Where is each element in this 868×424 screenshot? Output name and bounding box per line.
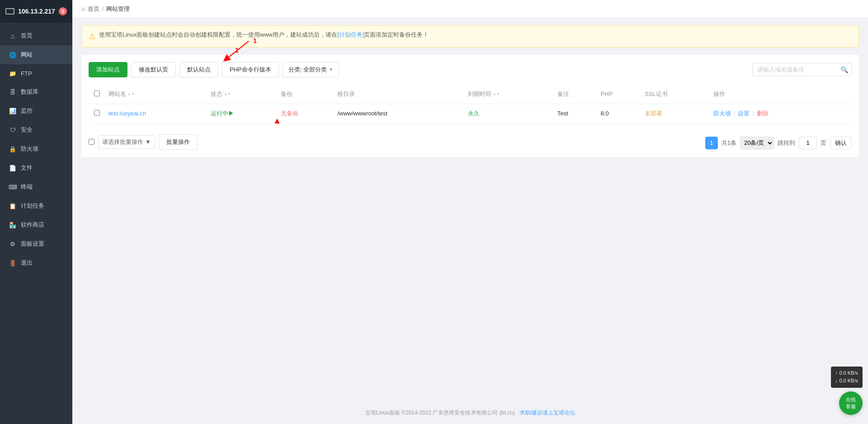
sidebar-item-website[interactable]: 网站	[0, 45, 72, 64]
page-confirm-button[interactable]: 确认	[830, 137, 852, 149]
sidebar-item-ftp[interactable]: FTP	[0, 64, 72, 82]
sidebar-item-crontab[interactable]: 计划任务	[0, 196, 72, 215]
default-site-button[interactable]: 默认站点	[179, 62, 218, 77]
sidebar-item-files[interactable]: 文件	[0, 158, 72, 177]
sidebar-label-ftp: FTP	[21, 70, 32, 77]
annotation-1: 1	[235, 47, 239, 54]
server-ip: 106.13.2.217	[18, 8, 55, 15]
sidebar-label-logout: 退出	[21, 259, 33, 267]
sort-arrows-expire: ▲▼	[493, 92, 500, 96]
sidebar-label-appstore: 软件商店	[21, 221, 44, 229]
notice-link[interactable]: [计划任务]	[337, 31, 364, 38]
site-backup[interactable]: 无备份	[281, 110, 298, 117]
category-dropdown[interactable]: 分类: 全部分类 ▼	[283, 62, 339, 77]
sort-arrows-name: ▲▼	[127, 92, 135, 96]
table-body: test.luoyeai.cn 运行中▶ 无备份	[89, 104, 852, 123]
chat-line1: 在线	[846, 396, 856, 403]
footer-forum-link[interactable]: 求助/建议请上宝塔论坛	[519, 410, 575, 416]
toolbar-right: 🔍	[752, 63, 852, 76]
sidebar-item-monitor[interactable]: 监控	[0, 101, 72, 120]
table-header: 网站名 ▲▼ 状态 ▲▼	[89, 85, 852, 104]
site-status: 运行中▶	[211, 110, 234, 117]
sidebar-label-firewall: 防火墙	[21, 145, 38, 153]
breadcrumb-current: 网站管理	[106, 5, 130, 13]
monitor-icon	[5, 8, 14, 14]
th-php: PHP	[597, 85, 641, 104]
th-status-sort[interactable]: 状态 ▲▼	[211, 90, 274, 98]
th-status-label: 状态	[211, 90, 222, 98]
page-1-button[interactable]: 1	[705, 137, 718, 149]
sidebar-item-home[interactable]: 首页	[0, 26, 72, 45]
security-icon	[9, 126, 16, 133]
batch-checkbox[interactable]	[89, 139, 94, 145]
breadcrumb-separator: /	[102, 5, 104, 12]
settings-icon	[9, 240, 16, 248]
th-root: 根目录	[334, 85, 464, 104]
batch-action-button[interactable]: 批量操作	[159, 134, 198, 150]
toolbar: 添加站点 修改默认页 默认站点 PHP命令行版本 分类: 全部分类 ▼ 🔍	[89, 62, 852, 77]
modify-default-button[interactable]: 修改默认页	[131, 62, 176, 77]
upload-speed: ↑ 0.0 KB/s	[835, 369, 858, 377]
batch-select-dropdown[interactable]: 请选择批量操作 ▼	[98, 135, 155, 149]
th-name-sort[interactable]: 网站名 ▲▼	[108, 90, 203, 98]
sidebar-item-security[interactable]: 安全	[0, 120, 72, 139]
task-icon	[9, 202, 16, 210]
delete-action-link[interactable]: 删除	[757, 110, 769, 118]
notification-badge[interactable]: 0	[59, 7, 67, 15]
notice-text-before: 使用宝塔Linux面板创建站点时会自动创建权限配置，统一使用www用户，建站成功…	[99, 31, 337, 38]
th-actions-label: 操作	[713, 91, 725, 97]
topbar: ⌂ 首页 / 网站管理	[72, 0, 868, 18]
row-actions-cell: 防火墙 | 设置 | 删除	[710, 104, 852, 123]
th-expire: 到期时间 ▲▼	[464, 85, 554, 104]
total-count: 共1条	[722, 139, 736, 147]
chevron-down-batch-icon: ▼	[145, 138, 151, 145]
firewall-action-link[interactable]: 防火墙	[713, 110, 731, 118]
table-row: test.luoyeai.cn 运行中▶ 无备份	[89, 104, 852, 123]
warning-icon: ⚠	[89, 31, 95, 43]
batch-bar: 请选择批量操作 ▼ 批量操作	[89, 134, 198, 150]
sidebar-item-firewall[interactable]: 防火墙	[0, 139, 72, 158]
site-note: Test	[557, 110, 568, 117]
sidebar-item-database[interactable]: 数据库	[0, 82, 72, 101]
chat-button[interactable]: 在线 客服	[839, 391, 863, 415]
search-icon-button[interactable]: 🔍	[840, 66, 848, 73]
main-card: 1 1 添加站点 修改默认页 默认站点 PHP命令行版本 分类: 全部分类 ▼	[81, 55, 859, 157]
th-php-label: PHP	[601, 91, 613, 97]
sidebar-label-database: 数据库	[21, 88, 38, 96]
settings-action-link[interactable]: 设置	[738, 110, 750, 118]
search-input[interactable]	[752, 63, 852, 76]
sidebar-item-appstore[interactable]: 软件商店	[0, 215, 72, 234]
php-cmd-button[interactable]: PHP命令行版本	[222, 62, 279, 77]
th-name: 网站名 ▲▼	[105, 85, 207, 104]
th-ssl-label: SSL证书	[645, 91, 668, 97]
site-ssl[interactable]: 未部署	[645, 110, 662, 117]
site-expire: 永久	[468, 110, 480, 117]
per-page-select[interactable]: 20条/页	[740, 137, 774, 149]
select-all-checkbox[interactable]	[94, 91, 100, 96]
row-note-cell: Test	[554, 104, 597, 123]
breadcrumb-home-link[interactable]: 首页	[88, 5, 99, 13]
file-icon	[9, 164, 16, 172]
footer-copyright: 宝塔Linux面板 ©2014-2022 广东堡塔安全技术有限公司 (bt.cn…	[365, 410, 515, 416]
row-checkbox-cell	[89, 104, 105, 123]
site-name-link[interactable]: test.luoyeai.cn	[108, 110, 146, 117]
sidebar-item-panel[interactable]: 面板设置	[0, 234, 72, 253]
action-sep-2: |	[752, 110, 754, 117]
sidebar-item-terminal[interactable]: 终端	[0, 177, 72, 196]
row-checkbox[interactable]	[94, 110, 100, 116]
sidebar-header: 106.13.2.217 0	[0, 0, 72, 23]
page-jump-input[interactable]	[799, 137, 817, 149]
download-speed: ↓ 0.0 KB/s	[835, 377, 858, 385]
th-status: 状态 ▲▼	[207, 85, 277, 104]
sidebar-label-website: 网站	[21, 51, 33, 59]
sidebar-item-logout[interactable]: 退出	[0, 253, 72, 272]
firewall-icon	[9, 145, 16, 152]
row-expire-cell: 永久	[464, 104, 554, 123]
add-site-button[interactable]: 添加站点	[89, 62, 127, 77]
sidebar-label-terminal: 终端	[21, 183, 33, 191]
row-root-cell: /www/wwwroot/test	[334, 104, 464, 123]
th-expire-sort[interactable]: 到期时间 ▲▼	[468, 90, 550, 98]
th-backup: 备份	[277, 85, 334, 104]
page-unit-label: 页	[821, 139, 826, 147]
row-ssl-cell: 未部署	[641, 104, 710, 123]
